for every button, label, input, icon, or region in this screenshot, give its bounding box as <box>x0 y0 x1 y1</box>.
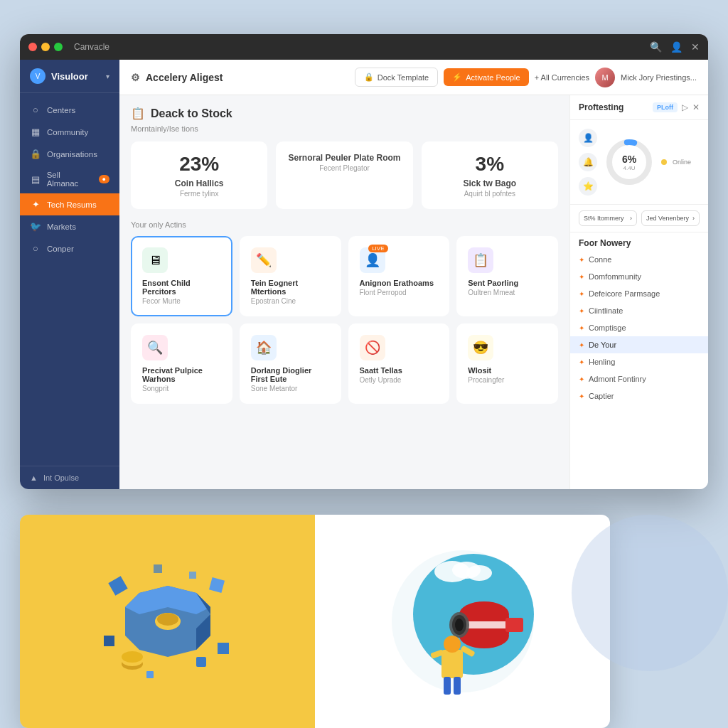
feature-card-5[interactable]: 🏠 Dorlang Dioglier First Eute Sone Metan… <box>240 323 341 404</box>
sidebar-logo: V <box>30 68 46 84</box>
footer-icon: ▲ <box>30 473 38 482</box>
card-icon-3: 📋 <box>468 247 493 273</box>
card-sub-3: Oultren Mmeat <box>468 289 547 296</box>
sidebar-item-community[interactable]: ▦ Community <box>20 121 119 143</box>
donut-sub: 4.4U <box>622 165 636 171</box>
page-heading: Accelery Aligest <box>146 72 223 83</box>
sidebar-chevron-icon: ▾ <box>106 73 109 80</box>
sell-almanac-badge: ● <box>99 175 109 183</box>
list-star-2: ✦ <box>579 290 584 298</box>
card-title-7: Wlosit <box>468 366 547 375</box>
community-icon: ▦ <box>30 127 41 137</box>
panel-close-button[interactable]: ✕ <box>692 102 700 112</box>
stat-card-0: 23% Coin Hallics Ferme tylinx <box>131 141 267 209</box>
stat-title-2: Sick tw Bago <box>433 178 547 188</box>
list-star-3: ✦ <box>579 307 584 315</box>
sidebar-header[interactable]: V Visuloor ▾ <box>20 60 119 93</box>
close-icon[interactable]: ✕ <box>691 41 700 53</box>
card-icon-1: ✏️ <box>251 247 277 273</box>
content-area: 📋 Deack to Stock Morntainly/Ise tions 23… <box>119 95 708 489</box>
dock-icon: 🔒 <box>364 73 374 82</box>
sidebar: V Visuloor ▾ ○ Centers ▦ Community 🔒 Org… <box>20 60 119 489</box>
feature-card-4[interactable]: 🔍 Precivat Pulpice Warhons Songprit <box>131 323 232 404</box>
chart-icon-circle-0: 👤 <box>579 129 597 147</box>
sidebar-item-sell-almanac[interactable]: ▤ Sell Almanac ● <box>20 165 119 193</box>
chart-icon-circle-2: ⭐ <box>579 177 597 196</box>
user-icon[interactable]: 👤 <box>670 41 682 53</box>
card-title-3: Sent Paorling <box>468 279 547 287</box>
svg-rect-29 <box>505 618 523 632</box>
sidebar-item-markets[interactable]: 🐦 Markets <box>20 215 119 237</box>
card-icon-4: 🔍 <box>142 335 168 360</box>
tech-resums-icon: ✦ <box>30 199 41 210</box>
sidebar-item-centers[interactable]: ○ Centers <box>20 99 119 121</box>
donut-chart: 6% 4.4U <box>604 137 654 187</box>
svg-rect-12 <box>189 572 196 579</box>
section1-label: Morntainly/Ise tions <box>131 124 558 133</box>
close-button[interactable] <box>28 43 37 51</box>
feature-card-7[interactable]: 😎 Wlosit Procaingfer <box>456 323 558 404</box>
panel-list-item-1[interactable]: ✦ Domfommunity <box>570 268 708 285</box>
panel-header-actions: PLoff ▷ ✕ <box>653 102 700 112</box>
stat-percent-0: 23% <box>142 153 256 176</box>
search-icon[interactable]: 🔍 <box>650 41 662 53</box>
feature-card-3[interactable]: 📋 Sent Paorling Oultren Mmeat <box>456 236 558 316</box>
panel-btn2[interactable]: Jed Venenbery › <box>641 210 700 226</box>
list-star-6: ✦ <box>579 358 584 366</box>
panel-expand-button[interactable]: ▷ <box>682 102 688 112</box>
svg-rect-9 <box>104 636 114 646</box>
conper-icon: ○ <box>30 243 41 254</box>
right-panel: Proftesting PLoff ▷ ✕ 👤 <box>569 95 708 489</box>
all-currencies-button[interactable]: + All Currencies <box>535 73 589 82</box>
app-layout: V Visuloor ▾ ○ Centers ▦ Community 🔒 Org… <box>20 60 708 489</box>
chart-icons: 👤 🔔 ⭐ <box>579 129 597 196</box>
feature-card-0[interactable]: 🖥 Ensont Child Percitors Fecor Murte <box>131 236 232 316</box>
minimize-button[interactable] <box>41 43 50 51</box>
activate-people-button[interactable]: ⚡ Activate People <box>444 68 528 86</box>
illustration-left <box>20 515 315 728</box>
panel-btn1[interactable]: St% Itommery › <box>579 210 637 226</box>
cards-grid-row1: 🖥 Ensont Child Percitors Fecor Murte ✏️ … <box>131 236 558 316</box>
sidebar-footer-item[interactable]: ▲ Int Opulse <box>30 473 109 482</box>
panel-list-item-8[interactable]: ✦ Captier <box>570 387 708 405</box>
panel-list-item-2[interactable]: ✦ Defeicore Parmsage <box>570 285 708 302</box>
card-title-1: Tein Eognert Mtertions <box>251 279 330 296</box>
page-title: 📋 Deack to Stock <box>131 107 558 120</box>
app-window: Canvacle 🔍 👤 ✕ V Visuloor ▾ ○ Centers ▦ <box>20 34 708 489</box>
svg-point-21 <box>466 565 492 581</box>
card-title-2: Anignon Erathoams <box>360 279 439 287</box>
panel-list-item-0[interactable]: ✦ Conne <box>570 251 708 268</box>
feature-card-6[interactable]: 🚫 Saatt Tellas Oetly Uprade <box>348 323 450 404</box>
panel-list-item-6[interactable]: ✦ Henling <box>570 353 708 370</box>
sell-almanac-icon: ▤ <box>30 174 41 185</box>
panel-list-item-4[interactable]: ✦ Comptisge <box>570 319 708 336</box>
sidebar-item-tech-resums[interactable]: ✦ Tech Resums <box>20 193 119 215</box>
sidebar-item-conper[interactable]: ○ Conper <box>20 237 119 259</box>
panel-list-item-3[interactable]: ✦ Ciintlinate <box>570 302 708 319</box>
btn1-arrow-icon: › <box>630 215 632 222</box>
sidebar-item-organisations[interactable]: 🔒 Organisations <box>20 143 119 165</box>
user-avatar: M <box>595 68 615 87</box>
panel-list-title: Foor Nowery <box>570 232 708 251</box>
svg-point-28 <box>455 619 464 631</box>
card-sub-0: Fecor Murte <box>142 297 221 305</box>
maximize-button[interactable] <box>54 43 63 51</box>
donut-center: 6% 4.4U <box>622 154 636 171</box>
main-content: ⚙ Accelery Aligest 🔒 Dock Template ⚡ Act… <box>119 60 708 489</box>
panel-list-item-5[interactable]: ✦ De Your <box>570 336 708 353</box>
chart-icon-item-1: 🔔 <box>579 153 597 171</box>
card-icon-5: 🏠 <box>251 335 277 360</box>
sidebar-brand: Visuloor <box>51 71 88 82</box>
dock-template-button[interactable]: 🔒 Dock Template <box>355 68 439 87</box>
panel-list-item-7[interactable]: ✦ Admont Fontinry <box>570 370 708 387</box>
feature-card-2[interactable]: 👤 LIVE Anignon Erathoams Flont Perropod <box>348 236 450 316</box>
btn2-arrow-icon: › <box>692 215 695 222</box>
card-sub-7: Procaingfer <box>468 376 547 384</box>
feature-card-1[interactable]: ✏️ Tein Eognert Mtertions Epostran Cine <box>240 236 341 316</box>
page-content: 📋 Deack to Stock Morntainly/Ise tions 23… <box>119 95 569 489</box>
svg-rect-17 <box>146 671 154 678</box>
card-badge-2: LIVE <box>368 245 387 252</box>
panel-badge: PLoff <box>653 102 678 112</box>
activate-icon: ⚡ <box>452 73 462 82</box>
list-star-4: ✦ <box>579 324 584 332</box>
